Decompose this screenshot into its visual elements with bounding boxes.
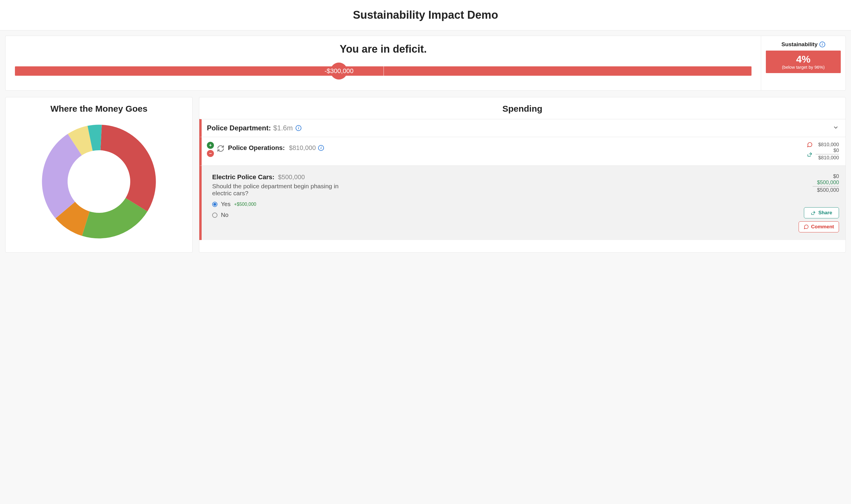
item-name: Electric Police Cars: (212, 173, 275, 181)
comment-button[interactable]: Comment (799, 221, 839, 232)
dept-name: Police Department: (207, 124, 271, 132)
option-label: No (221, 212, 228, 218)
comment-button-label: Comment (811, 224, 834, 230)
deficit-bar[interactable]: -$300,000 (15, 62, 751, 80)
item-num-total: $500,000 (813, 187, 839, 193)
sustainability-card: Sustainability i 4% (below target by 96%… (761, 36, 846, 91)
info-icon[interactable]: i (318, 145, 324, 151)
dept-row[interactable]: Police Department: $1.6m i (199, 119, 846, 137)
money-card: Where the Money Goes (5, 97, 193, 253)
deficit-heading: You are in deficit. (15, 43, 751, 55)
op-num-top: $810,000 (818, 142, 839, 148)
op-num-mid: $0 (833, 148, 839, 154)
spending-heading: Spending (199, 97, 846, 119)
operation-amount: $810,000 (289, 144, 316, 152)
share-arrow-icon[interactable] (807, 151, 813, 159)
item-detail: Electric Police Cars: $500,000 Should th… (199, 165, 846, 240)
money-title: Where the Money Goes (12, 104, 187, 114)
radio-option[interactable]: No (212, 212, 795, 218)
dept-amount: $1.6m (273, 124, 293, 132)
option-delta: +$500,000 (234, 202, 256, 207)
donut-chart[interactable] (23, 117, 175, 246)
donut-slice[interactable] (100, 125, 156, 212)
sustainability-sub: (below target by 96%) (768, 65, 838, 70)
radio-icon[interactable] (212, 213, 218, 218)
item-question: Should the police department begin phasi… (212, 183, 353, 197)
item-num-mid: $500,000 (813, 180, 839, 186)
comment-bubble-icon[interactable] (807, 142, 813, 149)
page-title: Sustainability Impact Demo (0, 9, 851, 21)
info-icon[interactable]: i (819, 41, 825, 47)
deficit-card: You are in deficit. -$300,000 (5, 36, 761, 91)
radio-icon[interactable] (212, 202, 218, 207)
op-num-total: $810,000 (818, 155, 839, 161)
item-num-top: $0 (813, 173, 839, 180)
chevron-down-icon[interactable] (833, 124, 839, 132)
share-button-label: Share (818, 210, 832, 216)
info-icon[interactable]: i (296, 125, 301, 131)
operation-row: + − Police Operations: $810,000 i (199, 137, 846, 165)
share-button[interactable]: Share (804, 207, 839, 218)
operation-name: Police Operations: (228, 144, 285, 152)
option-label: Yes (221, 201, 231, 208)
increase-button[interactable]: + (207, 142, 214, 149)
decrease-button[interactable]: − (207, 150, 214, 157)
item-amount: $500,000 (278, 173, 305, 181)
sustainability-percent: 4% (768, 54, 838, 64)
sustainability-label: Sustainability (781, 41, 818, 48)
spending-card: Spending Police Department: $1.6m i + − (199, 97, 846, 253)
sustainability-box: 4% (below target by 96%) (766, 51, 841, 73)
refresh-icon[interactable] (217, 145, 224, 154)
radio-option[interactable]: Yes+$500,000 (212, 201, 795, 208)
deficit-value: -$300,000 (325, 67, 353, 75)
